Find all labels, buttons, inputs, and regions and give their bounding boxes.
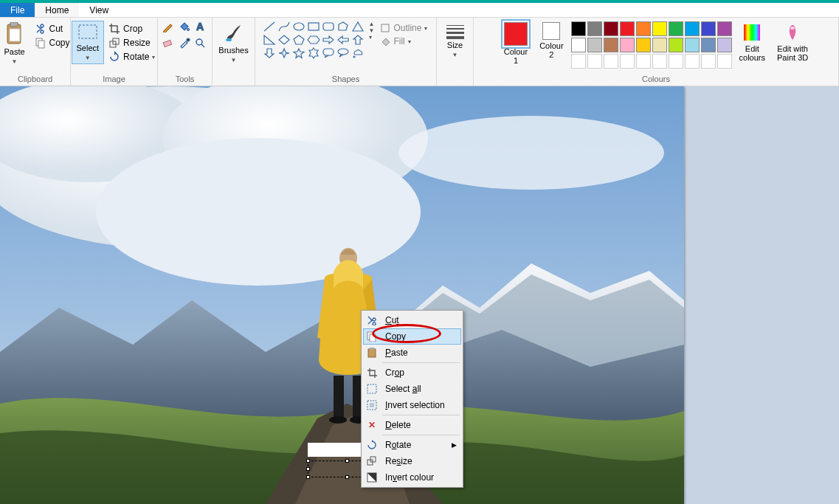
shape-polygon[interactable] — [336, 21, 350, 32]
cut-button[interactable]: Cut — [33, 22, 72, 35]
ctx-copy-label: Copy — [385, 331, 406, 342]
palette-colour[interactable] — [717, 21, 732, 36]
shape-roundrect[interactable] — [322, 21, 335, 32]
palette-colour[interactable] — [701, 21, 716, 36]
palette-colour[interactable] — [636, 21, 651, 36]
pencil-tool[interactable] — [162, 21, 175, 32]
shape-arrow-down[interactable] — [263, 47, 276, 59]
shape-arrow-right[interactable] — [322, 34, 335, 46]
ctx-paste[interactable]: Paste — [363, 345, 461, 361]
select-button[interactable]: Select▼ — [72, 21, 105, 64]
shape-pentagon[interactable] — [292, 34, 305, 46]
palette-colour[interactable] — [701, 38, 716, 52]
shape-star5[interactable] — [292, 47, 305, 59]
magnifier-tool[interactable] — [194, 37, 207, 49]
shape-diamond[interactable] — [277, 34, 291, 46]
edit-colours-button[interactable]: Edit colours — [735, 21, 770, 63]
palette-colour[interactable] — [685, 38, 700, 52]
ctx-rotate[interactable]: Rotate ▶ — [363, 437, 461, 453]
svg-rect-38 — [370, 348, 374, 350]
picker-tool[interactable] — [178, 37, 191, 49]
crop-button[interactable]: Crop — [107, 22, 156, 35]
tab-bar: File Home View — [0, 3, 839, 18]
palette-empty[interactable] — [636, 54, 651, 69]
palette-colour[interactable] — [587, 38, 602, 52]
colour1-button[interactable]: Colour 1 — [500, 21, 532, 66]
paste-button[interactable]: Paste▼ — [0, 21, 30, 67]
palette-empty[interactable] — [701, 54, 716, 69]
palette-colour[interactable] — [685, 21, 700, 36]
eraser-tool[interactable] — [162, 37, 175, 49]
colour2-button[interactable]: Colour 2 — [535, 21, 567, 61]
palette-colour[interactable] — [652, 21, 667, 36]
palette-colour[interactable] — [636, 38, 651, 52]
shape-star6[interactable] — [307, 47, 320, 59]
select-label: Select — [77, 44, 100, 52]
palette-empty[interactable] — [587, 54, 602, 69]
canvas[interactable] — [0, 86, 684, 504]
palette-colour[interactable] — [717, 38, 732, 52]
palette-colour[interactable] — [669, 21, 683, 36]
shapes-scroll-down[interactable]: ▼ — [369, 27, 375, 34]
palette-empty[interactable] — [669, 54, 683, 69]
paint3d-button[interactable]: Edit with Paint 3D — [773, 21, 812, 63]
shape-callout-cloud[interactable] — [351, 47, 365, 59]
outline-label: Outline — [393, 23, 421, 33]
ctx-cut[interactable]: Cut — [363, 312, 461, 328]
shape-arrow-left[interactable] — [336, 34, 350, 46]
shape-line[interactable] — [263, 21, 276, 32]
shape-rect[interactable] — [307, 21, 320, 32]
shape-hexagon[interactable] — [307, 34, 320, 46]
edit-colours-label: Edit colours — [739, 44, 765, 62]
svg-rect-20 — [381, 24, 389, 32]
shape-arrow-up[interactable] — [351, 34, 365, 46]
bucket-tool[interactable] — [178, 21, 191, 32]
fill-button[interactable]: Fill ▾ — [379, 35, 429, 47]
tab-view[interactable]: View — [79, 3, 119, 17]
shapes-scroll-up[interactable]: ▲ — [369, 21, 375, 27]
size-button[interactable]: Size▼ — [440, 21, 471, 61]
shape-triangle[interactable] — [351, 21, 365, 32]
brushes-button[interactable]: Brushes▼ — [214, 21, 252, 66]
palette-colour[interactable] — [604, 38, 618, 52]
palette-empty[interactable] — [652, 54, 667, 69]
ctx-invert-selection[interactable]: Invert selection — [363, 397, 461, 413]
ctx-crop[interactable]: Crop — [363, 365, 461, 381]
ctx-select-all[interactable]: Select all — [363, 381, 461, 397]
palette-colour[interactable] — [604, 21, 618, 36]
rotate-button[interactable]: Rotate ▾ — [107, 50, 156, 63]
shape-star4[interactable] — [277, 47, 291, 59]
palette-empty[interactable] — [571, 54, 586, 69]
palette-colour[interactable] — [571, 38, 586, 52]
shape-oval[interactable] — [292, 21, 305, 32]
palette-colour[interactable] — [652, 38, 667, 52]
resize-button[interactable]: Resize — [107, 36, 156, 49]
palette-empty[interactable] — [717, 54, 732, 69]
palette-colour[interactable] — [587, 21, 602, 36]
palette-colour[interactable] — [620, 21, 635, 36]
ctx-invert-colour[interactable]: Invert colour — [363, 469, 461, 486]
tab-file[interactable]: File — [0, 3, 35, 17]
shape-callout-oval[interactable] — [336, 47, 350, 59]
shape-callout-rnd[interactable] — [322, 47, 335, 59]
ctx-invertsel-label: Invert selection — [385, 400, 445, 410]
shapes-expand[interactable]: ▾ — [369, 34, 375, 41]
palette-empty[interactable] — [620, 54, 635, 69]
ctx-delete[interactable]: ✕ Delete — [363, 417, 461, 433]
outline-button[interactable]: Outline ▾ — [379, 22, 429, 34]
tab-home[interactable]: Home — [35, 3, 79, 17]
palette-empty[interactable] — [685, 54, 700, 69]
palette-empty[interactable] — [604, 54, 618, 69]
ctx-resize[interactable]: Resize — [363, 453, 461, 469]
shape-right-triangle[interactable] — [263, 34, 276, 46]
shape-curve[interactable] — [277, 21, 291, 32]
text-tool[interactable]: A — [194, 21, 207, 32]
paint3d-label: Edit with Paint 3D — [777, 44, 808, 62]
palette-colour[interactable] — [669, 38, 683, 52]
palette-colour[interactable] — [571, 21, 586, 36]
paste-icon — [367, 348, 377, 358]
palette-colour[interactable] — [620, 38, 635, 52]
shapes-gallery[interactable] — [263, 21, 365, 59]
copy-button[interactable]: Copy — [33, 36, 72, 49]
ctx-copy[interactable]: Copy — [363, 328, 461, 345]
